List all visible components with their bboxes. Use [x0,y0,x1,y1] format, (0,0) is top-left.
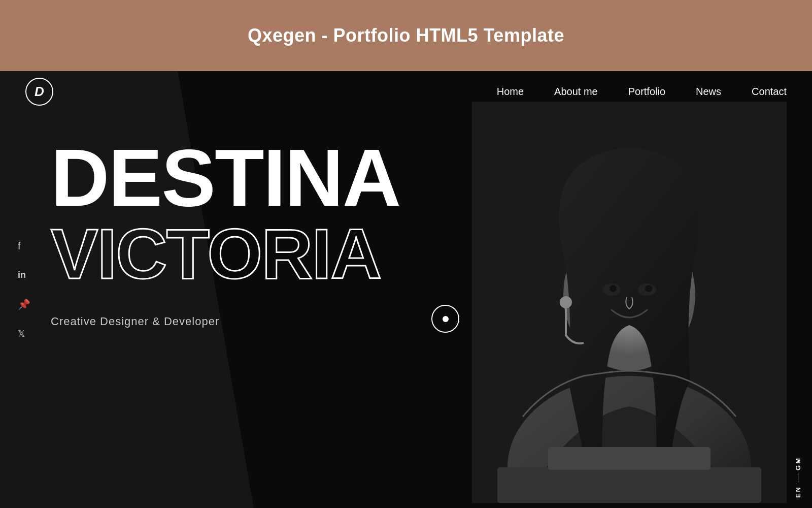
person-image [472,102,787,503]
nav-about[interactable]: About me [554,86,598,98]
dot-inner [443,316,449,322]
top-bar: Qxegen - Portfolio HTML5 Template [0,0,812,71]
linkedin-icon[interactable]: in [18,270,30,280]
hero-content: DESTINA VICTORIA Creative Designer & Dev… [51,137,400,328]
nav-links: Home About me Portfolio News Contact [497,86,787,98]
facebook-icon[interactable]: f [18,240,30,252]
nav-news[interactable]: News [696,86,721,98]
hero-last-name: VICTORIA [51,218,400,290]
navbar: D Home About me Portfolio News Contact [0,71,812,112]
language-en[interactable]: EN [794,486,802,498]
social-icons: f in 📌 𝕏 [18,240,30,339]
nav-home[interactable]: Home [497,86,524,98]
page-title: Qxegen - Portfolio HTML5 Template [248,25,564,46]
site-logo[interactable]: D [25,78,53,106]
svg-point-6 [610,285,617,292]
hero-first-name: DESTINA [51,137,400,218]
nav-contact[interactable]: Contact [752,86,787,98]
language-indicator: GM EN [794,457,802,498]
twitter-icon[interactable]: 𝕏 [18,328,30,339]
svg-rect-9 [497,467,761,503]
pinterest-icon[interactable]: 📌 [18,298,30,310]
svg-rect-10 [548,447,710,470]
site-preview: D Home About me Portfolio News Contact D… [0,71,812,508]
dot-circle-decoration [431,305,459,333]
svg-point-7 [645,285,652,292]
nav-portfolio[interactable]: Portfolio [628,86,665,98]
lang-divider [798,473,798,483]
hero-subtitle: Creative Designer & Developer [51,315,400,328]
person-svg [472,102,787,503]
svg-point-8 [560,296,572,308]
language-gm[interactable]: GM [794,457,802,470]
